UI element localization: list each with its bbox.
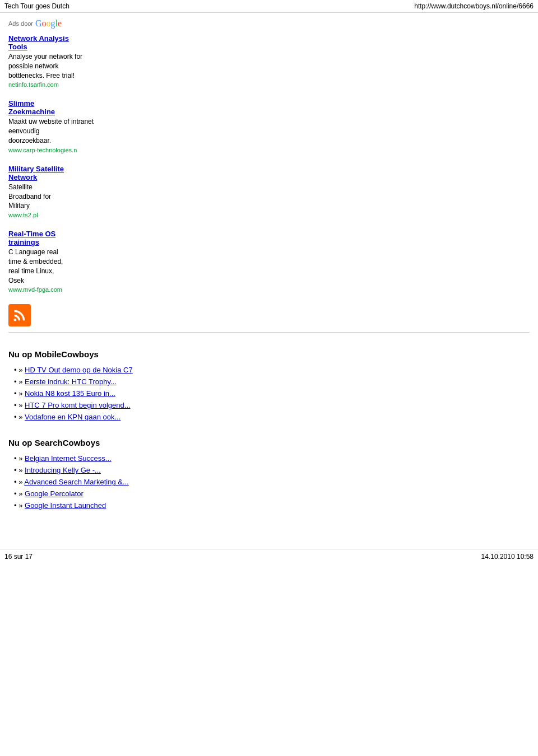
page-number: 16 sur 17: [4, 553, 33, 561]
mobile-link-2[interactable]: Eerste indruk: HTC Trophy...: [25, 377, 117, 386]
ad-title-3[interactable]: Military SatelliteNetwork: [8, 165, 530, 181]
timestamp: 14.10.2010 10:58: [481, 553, 534, 561]
mobile-link-list: » HD TV Out demo op de Nokia C7 » Eerste…: [8, 366, 530, 421]
ad-military-satellite: Military SatelliteNetwork SatelliteBroad…: [8, 165, 530, 218]
ad-link-2[interactable]: SlimmeZoekmachine: [8, 99, 55, 116]
ad-network-analysis: Network AnalysisTools Analyse your netwo…: [8, 34, 530, 88]
ads-label: Ads door: [8, 20, 33, 27]
search-link-item-3: » Advanced Search Marketing &...: [14, 478, 530, 486]
mobile-link-1[interactable]: HD TV Out demo op de Nokia C7: [25, 366, 133, 374]
search-link-item-5: » Google Instant Launched: [14, 501, 530, 510]
ad-desc-1: Analyse your network forpossible network…: [8, 52, 530, 80]
ad-title-1[interactable]: Network AnalysisTools: [8, 34, 530, 51]
search-link-item-2: » Introducing Kelly Ge -...: [14, 466, 530, 474]
search-link-item-1: » Belgian Internet Success...: [14, 454, 530, 463]
search-link-item-4: » Google Percolator: [14, 489, 530, 498]
mobile-section-title: Nu op MobileCowboys: [8, 349, 530, 359]
mobile-section: Nu op MobileCowboys » HD TV Out demo op …: [8, 349, 530, 421]
ad-desc-2: Maakt uw website of intraneteenvoudigdoo…: [8, 117, 530, 145]
search-link-1[interactable]: Belgian Internet Success...: [25, 454, 112, 463]
ad-title-2[interactable]: SlimmeZoekmachine: [8, 99, 530, 116]
mobile-link-item-1: » HD TV Out demo op de Nokia C7: [14, 366, 530, 374]
page-title: Tech Tour goes Dutch: [4, 2, 69, 10]
ad-link-3[interactable]: Military SatelliteNetwork: [8, 165, 64, 181]
ad-desc-4: C Language realtime & embedded,real time…: [8, 248, 530, 285]
search-section-title: Nu op SearchCowboys: [8, 438, 530, 447]
svg-point-0: [14, 319, 17, 321]
ad-url-4: www.mvd-fpga.com: [8, 286, 530, 293]
ad-url-2: www.carp-technologies.n: [8, 147, 530, 153]
ad-title-4[interactable]: Real-Time OStrainings: [8, 230, 530, 246]
footer-bar: 16 sur 17 14.10.2010 10:58: [0, 549, 538, 564]
section-divider: [8, 332, 530, 333]
ad-link-1[interactable]: Network AnalysisTools: [8, 34, 69, 51]
rss-svg: [12, 307, 27, 323]
ad-url-1: netinfo.tsarfin.com: [8, 81, 530, 88]
search-link-4[interactable]: Google Percolator: [25, 489, 84, 498]
ad-desc-3: SatelliteBroadband forMilitary: [8, 183, 530, 211]
mobile-link-item-5: » Vodafone en KPN gaan ook...: [14, 413, 530, 421]
mobile-link-5[interactable]: Vodafone en KPN gaan ook...: [25, 413, 120, 421]
rss-icon[interactable]: [8, 304, 31, 326]
mobile-link-4[interactable]: HTC 7 Pro komt begin volgend...: [25, 401, 131, 409]
search-link-3[interactable]: Advanced Search Marketing &...: [24, 478, 128, 486]
search-link-5[interactable]: Google Instant Launched: [25, 501, 106, 510]
ad-link-4[interactable]: Real-Time OStrainings: [8, 230, 55, 246]
ad-realtime-os: Real-Time OStrainings C Language realtim…: [8, 230, 530, 293]
search-link-list: » Belgian Internet Success... » Introduc…: [8, 454, 530, 510]
mobile-link-item-3: » Nokia N8 kost 135 Euro in...: [14, 389, 530, 398]
search-link-2[interactable]: Introducing Kelly Ge -...: [25, 466, 101, 474]
mobile-link-item-2: » Eerste indruk: HTC Trophy...: [14, 377, 530, 386]
ad-url-3: www.ts2.pl: [8, 212, 530, 218]
ad-slimme-zoekmachine: SlimmeZoekmachine Maakt uw website of in…: [8, 99, 530, 153]
google-logo: Google: [35, 18, 62, 29]
mobile-link-3[interactable]: Nokia N8 kost 135 Euro in...: [25, 389, 115, 398]
search-section: Nu op SearchCowboys » Belgian Internet S…: [8, 438, 530, 510]
mobile-link-item-4: » HTC 7 Pro komt begin volgend...: [14, 401, 530, 409]
page-content: Ads door Google Network AnalysisTools An…: [0, 13, 538, 526]
ads-header: Ads door Google: [8, 18, 530, 29]
page-url: http://www.dutchcowboys.nl/online/6666: [414, 2, 534, 10]
browser-bar: Tech Tour goes Dutch http://www.dutchcow…: [0, 0, 538, 13]
